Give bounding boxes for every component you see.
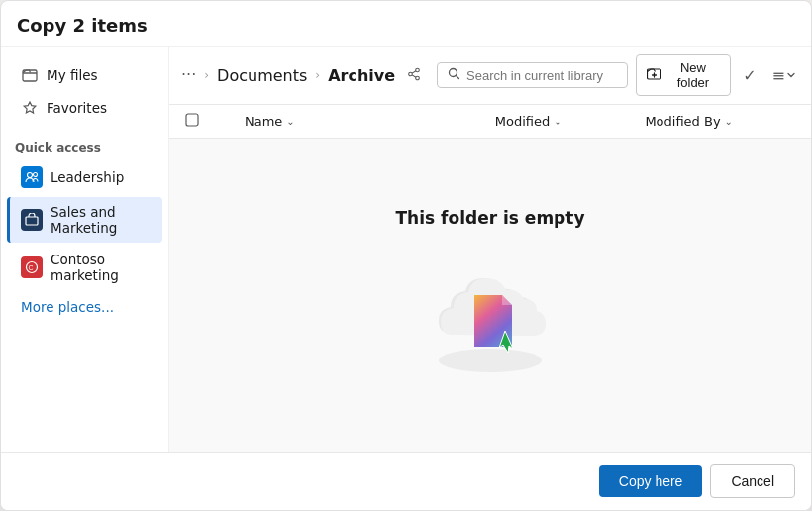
- modified-by-sort-icon: ⌄: [725, 116, 733, 127]
- new-folder-button[interactable]: New folder: [636, 54, 732, 96]
- contoso-icon: C: [21, 256, 43, 278]
- sidebar-item-contoso[interactable]: C Contoso marketing: [7, 245, 162, 290]
- dialog-header: Copy 2 items: [1, 1, 811, 47]
- column-header-modified-by[interactable]: Modified By ⌄: [645, 114, 795, 129]
- breadcrumb-share-icon: [407, 67, 421, 84]
- sidebar-item-favorites[interactable]: Favorites: [7, 92, 162, 124]
- search-box[interactable]: [437, 62, 628, 88]
- svg-point-1: [28, 173, 33, 178]
- menu-chevron-icon: [787, 71, 795, 79]
- sidebar-item-sales-marketing[interactable]: Sales and Marketing: [7, 197, 162, 243]
- column-header-modified[interactable]: Modified ⌄: [495, 114, 646, 129]
- sidebar: My files Favorites Quick access: [1, 47, 169, 452]
- main-content: ··· › Documents › Archive: [169, 47, 811, 452]
- empty-state-message: This folder is empty: [396, 208, 585, 228]
- main-toolbar: ··· › Documents › Archive: [169, 47, 811, 105]
- search-icon: [448, 67, 460, 83]
- sales-marketing-label: Sales and Marketing: [51, 204, 149, 236]
- copy-dialog: Copy 2 items My files: [0, 0, 812, 511]
- dialog-footer: Copy here Cancel: [1, 452, 811, 510]
- search-input[interactable]: [466, 68, 617, 83]
- header-checkbox-area[interactable]: [185, 113, 209, 130]
- empty-state: This folder is empty: [169, 139, 811, 452]
- column-header-name[interactable]: Name ⌄: [245, 114, 495, 129]
- toolbar-menu-button[interactable]: ≡: [768, 62, 799, 89]
- quick-access-label: Quick access: [1, 133, 168, 158]
- svg-text:C: C: [29, 264, 34, 271]
- dialog-body: My files Favorites Quick access: [1, 47, 811, 452]
- myfiles-label: My files: [47, 67, 98, 83]
- svg-point-8: [409, 72, 413, 76]
- svg-rect-11: [186, 114, 198, 126]
- toolbar-check-button[interactable]: ✓: [739, 62, 760, 89]
- contoso-label: Contoso marketing: [51, 252, 149, 283]
- leadership-icon: [21, 166, 43, 188]
- breadcrumb-archive: Archive: [328, 66, 395, 85]
- breadcrumb-sep-1: ›: [204, 68, 209, 82]
- new-folder-label: New folder: [666, 60, 721, 90]
- svg-point-7: [416, 76, 420, 80]
- svg-rect-3: [26, 217, 38, 225]
- svg-point-12: [439, 349, 542, 372]
- svg-point-6: [416, 68, 420, 72]
- copy-here-button[interactable]: Copy here: [599, 465, 703, 497]
- leadership-label: Leadership: [51, 169, 124, 185]
- empty-illustration: [411, 244, 569, 382]
- more-places-link[interactable]: More places...: [7, 293, 162, 321]
- name-sort-icon: ⌄: [286, 116, 294, 127]
- menu-icon: ≡: [772, 66, 785, 85]
- modified-sort-icon: ⌄: [554, 116, 561, 127]
- sidebar-item-myfiles[interactable]: My files: [7, 59, 162, 91]
- cancel-button[interactable]: Cancel: [710, 464, 795, 498]
- sidebar-nav-section: My files Favorites: [1, 58, 168, 133]
- favorites-label: Favorites: [47, 100, 107, 116]
- sidebar-item-leadership[interactable]: Leadership: [7, 159, 162, 195]
- dialog-title: Copy 2 items: [17, 15, 148, 36]
- new-folder-icon: [647, 66, 661, 84]
- svg-point-2: [34, 173, 38, 177]
- favorites-icon: [21, 99, 39, 117]
- myfiles-icon: [21, 66, 39, 84]
- sales-marketing-icon: [21, 209, 43, 231]
- breadcrumb-more-button[interactable]: ···: [181, 67, 196, 83]
- files-header: Name ⌄ Modified ⌄ Modified By ⌄: [169, 105, 811, 139]
- breadcrumb-documents[interactable]: Documents: [217, 66, 307, 85]
- breadcrumb-sep-2: ›: [315, 68, 320, 82]
